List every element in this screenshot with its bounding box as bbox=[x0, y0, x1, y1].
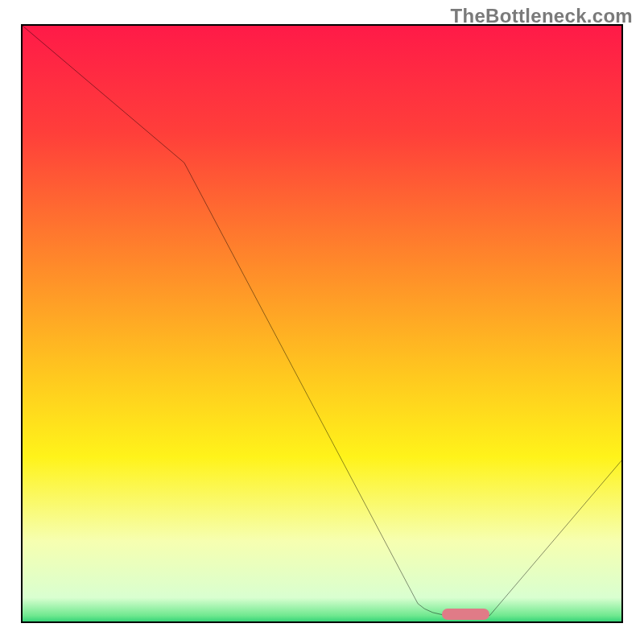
curve-layer bbox=[23, 26, 621, 621]
chart-stage: TheBottleneck.com bbox=[0, 0, 644, 644]
optimal-range-marker bbox=[442, 609, 490, 620]
plot-area bbox=[21, 24, 623, 623]
bottleneck-curve bbox=[23, 26, 621, 616]
